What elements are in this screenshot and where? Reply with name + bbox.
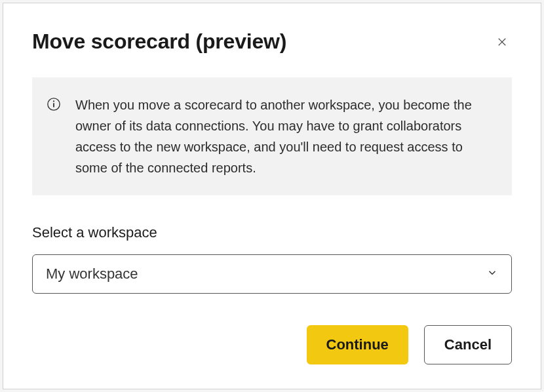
workspace-field-label: Select a workspace (32, 224, 512, 241)
continue-button[interactable]: Continue (307, 325, 408, 364)
workspace-select[interactable]: My workspace (32, 254, 512, 294)
info-icon (47, 97, 61, 114)
svg-point-4 (53, 100, 54, 102)
chevron-down-icon (486, 265, 498, 283)
dialog-button-row: Continue Cancel (32, 325, 512, 364)
cancel-button[interactable]: Cancel (424, 325, 512, 364)
move-scorecard-dialog: Move scorecard (preview) When you move a… (3, 3, 541, 389)
dialog-header: Move scorecard (preview) (32, 29, 512, 54)
info-banner: When you move a scorecard to another wor… (32, 77, 512, 195)
info-message: When you move a scorecard to another wor… (75, 94, 492, 178)
close-icon (496, 36, 508, 50)
workspace-selected-value: My workspace (46, 265, 138, 283)
dialog-title: Move scorecard (preview) (32, 29, 286, 54)
close-button[interactable] (492, 32, 512, 54)
